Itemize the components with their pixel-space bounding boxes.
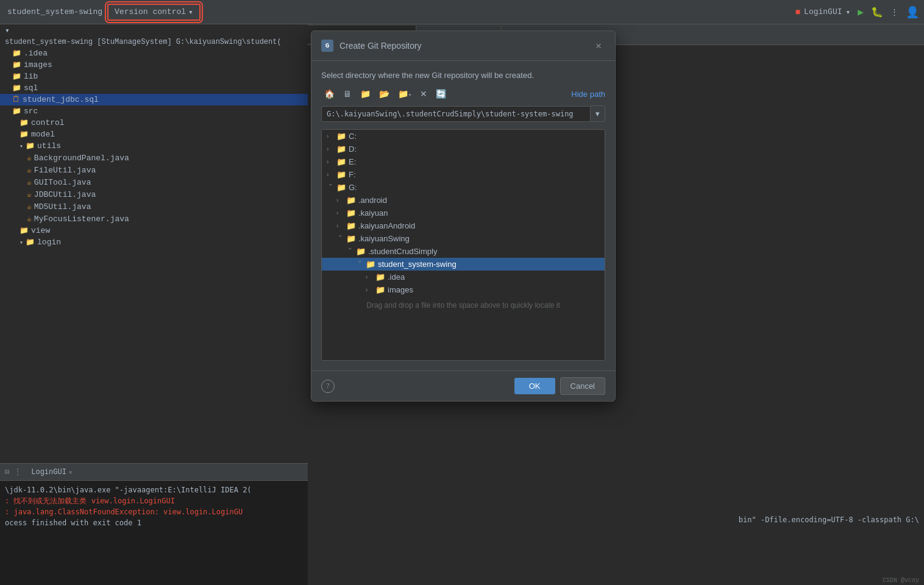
- ft-folder-icon: 📁: [366, 260, 375, 269]
- ft-item-label: .android: [358, 196, 387, 205]
- toolbar-new-folder-btn[interactable]: 📁: [357, 87, 374, 101]
- version-control-chevron: ▾: [188, 7, 193, 17]
- sidebar-item-src[interactable]: 📁 src: [0, 105, 308, 117]
- terminal-tab-close[interactable]: ✕: [69, 469, 73, 476]
- hide-path-link[interactable]: Hide path: [571, 90, 605, 99]
- ft-arrow: ›: [336, 222, 344, 229]
- folder-icon: 📁: [12, 107, 21, 116]
- ft-item-kaiyuanswing[interactable]: › 📁 .kaiyuanSwing: [322, 232, 605, 245]
- cancel-button[interactable]: Cancel: [560, 377, 605, 395]
- ft-item-e[interactable]: › 📁 E:: [322, 155, 605, 168]
- ft-arrow: ›: [347, 248, 354, 255]
- sidebar-item-label: student_jdbc.sql: [23, 95, 99, 104]
- more-options-icon[interactable]: ⋮: [890, 7, 898, 17]
- dialog-file-tree[interactable]: › 📁 C: › 📁 D: › 📁 E: › 📁 F: › 📁: [321, 129, 605, 361]
- ft-item-d[interactable]: › 📁 D:: [322, 143, 605, 155]
- run-config: ■ LoginGUI ▾: [795, 7, 851, 17]
- sidebar-item-backgroundpanel[interactable]: ☕ BackgroundPanel.java: [0, 152, 308, 164]
- path-input[interactable]: [321, 106, 590, 122]
- help-button[interactable]: ?: [321, 380, 335, 393]
- ft-item-g[interactable]: › 📁 G:: [322, 181, 605, 194]
- ft-item-kaiyuanandroid[interactable]: › 📁 .kaiyuanAndroid: [322, 219, 605, 232]
- user-icon[interactable]: 👤: [906, 5, 919, 19]
- toolbar-home-btn[interactable]: 🏠: [321, 87, 338, 101]
- ft-item-images[interactable]: › 📁 images: [322, 283, 605, 296]
- ft-folder-icon: 📁: [346, 234, 356, 243]
- run-config-chevron: ▾: [846, 7, 851, 17]
- java-file-icon: ☕: [27, 214, 32, 224]
- dialog-title: Create Git Repository: [339, 41, 422, 51]
- folder-icon: 📁: [12, 72, 21, 81]
- sidebar-item-idea[interactable]: 📁 .idea: [0, 48, 308, 59]
- ft-item-label: .idea: [388, 272, 405, 282]
- sidebar-item-sql[interactable]: 📁 sql: [0, 82, 308, 94]
- sidebar-item-student-jdbc-sql[interactable]: 🗒 student_jdbc.sql: [0, 94, 308, 105]
- ft-item-label: G:: [349, 183, 357, 192]
- ft-arrow: ›: [327, 133, 334, 140]
- version-control-button[interactable]: Version control ▾: [107, 4, 201, 21]
- top-bar: student_system-swing Version control ▾ ■…: [0, 0, 924, 24]
- bottom-bar: CSDN @vcoy: [878, 576, 924, 585]
- sidebar-item-login[interactable]: ▾ 📁 login: [0, 236, 308, 248]
- toolbar-desktop-btn[interactable]: 🖥: [340, 87, 355, 101]
- folder-icon: 📁: [26, 141, 35, 151]
- ft-item-studentcrudsimply[interactable]: › 📁 .studentCrudSimply: [322, 245, 605, 258]
- path-dropdown-button[interactable]: ▾: [590, 105, 605, 122]
- sidebar-item-images[interactable]: 📁 images: [0, 59, 308, 71]
- folder-icon: 📁: [26, 238, 35, 247]
- sidebar-item-utils[interactable]: ▾ 📁 utils: [0, 140, 308, 152]
- toolbar-refresh-btn[interactable]: 🔄: [433, 87, 449, 101]
- terminal-more-icon[interactable]: ⋮: [14, 467, 21, 477]
- dialog-close-button[interactable]: ✕: [592, 38, 605, 53]
- ft-item-kaiyuan[interactable]: › 📁 .kaiyuan: [322, 207, 605, 219]
- sidebar-item-jdbcutil[interactable]: ☕ JDBCUtil.java: [0, 188, 308, 200]
- ft-item-label: D:: [349, 144, 357, 154]
- version-control-label: Version control: [115, 7, 186, 16]
- terminal-tabs: ⊟ ⋮ LoginGUI ✕: [0, 464, 308, 481]
- credit-label: CSDN @vcoy: [883, 577, 919, 584]
- ok-button[interactable]: OK: [514, 378, 555, 394]
- sidebar-item-label: model: [31, 130, 55, 139]
- sidebar-item-guitool[interactable]: ☕ GUITool.java: [0, 176, 308, 188]
- sidebar-item-control[interactable]: 📁 control: [0, 117, 308, 129]
- folder-icon: 📁: [12, 49, 21, 58]
- toolbar-add-btn[interactable]: 📁+: [395, 87, 414, 101]
- run-config-icon: ■: [795, 7, 800, 17]
- sidebar-item-model[interactable]: 📁 model: [0, 129, 308, 140]
- sidebar-root-label: student_system-swing [StuManageSystem] G…: [5, 38, 282, 46]
- ft-folder-icon: 📁: [346, 221, 356, 230]
- terminal-tab-logingui[interactable]: LoginGUI ✕: [26, 467, 77, 478]
- debug-icon[interactable]: 🐛: [871, 6, 883, 18]
- sidebar-item-label: images: [24, 60, 52, 69]
- sidebar-root-item[interactable]: student_system-swing [StuManageSystem] G…: [0, 37, 308, 48]
- folder-icon: 📁: [20, 130, 29, 139]
- terminal-line-4: ocess finished with exit code 1: [5, 517, 303, 528]
- java-file-icon: ☕: [27, 153, 32, 163]
- ft-item-student-system-swing[interactable]: › 📁 student_system-swing: [322, 258, 605, 271]
- java-file-icon: ☕: [27, 165, 32, 175]
- java-file-icon: ☕: [27, 177, 32, 187]
- sidebar-item-lib[interactable]: 📁 lib: [0, 71, 308, 82]
- sidebar-item-myfocuslistener[interactable]: ☕ MyFocusListener.java: [0, 213, 308, 225]
- ft-item-android[interactable]: › 📁 .android: [322, 194, 605, 207]
- sidebar-collapse-btn[interactable]: ▾: [0, 24, 308, 37]
- sidebar-item-label: BackgroundPanel.java: [34, 154, 129, 163]
- ft-item-c[interactable]: › 📁 C:: [322, 130, 605, 143]
- sidebar-item-md5util[interactable]: ☕ MD5Util.java: [0, 200, 308, 213]
- ft-folder-icon: 📁: [346, 208, 356, 218]
- toolbar-open-btn[interactable]: 📂: [376, 87, 393, 101]
- ft-item-f[interactable]: › 📁 F:: [322, 168, 605, 181]
- sql-file-icon: 🗒: [12, 95, 20, 104]
- sidebar-item-view[interactable]: 📁 view: [0, 225, 308, 236]
- ft-arrow: ›: [366, 274, 373, 280]
- run-config-name[interactable]: LoginGUI: [804, 7, 842, 16]
- project-name-label: student_system-swing: [5, 5, 105, 19]
- ft-arrow: ›: [357, 261, 363, 268]
- sidebar-item-fileutil[interactable]: ☕ FileUtil.java: [0, 164, 308, 176]
- java-file-icon: ☕: [27, 202, 32, 211]
- ft-folder-icon: 📁: [346, 196, 356, 205]
- run-icon[interactable]: ▶: [858, 6, 864, 18]
- sidebar-item-label: MyFocusListener.java: [34, 214, 129, 224]
- ft-item-idea[interactable]: › 📁 .idea: [322, 271, 605, 283]
- toolbar-remove-btn[interactable]: ✕: [417, 87, 430, 101]
